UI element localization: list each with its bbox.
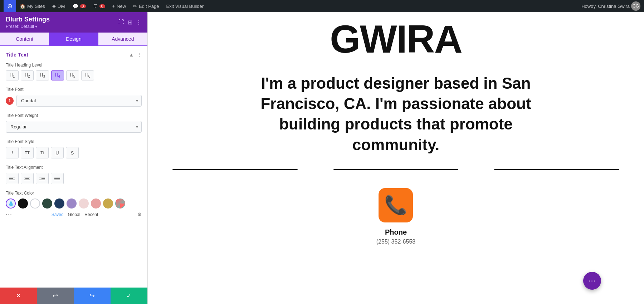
divider-2 <box>333 169 459 170</box>
h4-button[interactable]: H4 <box>51 70 64 80</box>
tab-advanced[interactable]: Advanced <box>98 33 147 45</box>
pink-swatch[interactable] <box>91 198 101 209</box>
wp-icon: ⊕ <box>7 2 13 10</box>
title-text-color-label: Title Text Color <box>6 191 142 196</box>
font-style-buttons: I TT Tt U S <box>6 147 142 158</box>
new-item[interactable]: + New <box>109 0 130 12</box>
divider-3 <box>494 169 619 170</box>
house-icon: 🏠 <box>20 4 25 9</box>
black-swatch[interactable] <box>18 198 28 209</box>
align-center-button[interactable] <box>21 173 34 184</box>
cancel-icon: ✕ <box>16 292 21 300</box>
eyedropper-swatch[interactable]: 💧 <box>6 198 16 209</box>
title-font-weight-label: Title Font Weight <box>6 113 142 118</box>
undo-button[interactable]: ↩ <box>37 288 74 304</box>
gear-icon[interactable]: ⚙ <box>137 212 142 217</box>
comment-count-item[interactable]: 🗨 0 <box>89 0 109 12</box>
color-labels-row: ··· Saved Global Recent ⚙ <box>6 211 142 218</box>
title-font-weight-select-wrapper: Regular Bold Light Medium <box>6 121 142 133</box>
h6-button[interactable]: H6 <box>81 70 94 80</box>
h5-button[interactable]: H5 <box>66 70 79 80</box>
float-more-button[interactable]: ··· <box>583 272 601 290</box>
title-font-select[interactable]: Candal Arial Georgia Helvetica <box>16 95 142 107</box>
recent-label[interactable]: Recent <box>84 212 98 217</box>
title-font-style-label: Title Font Style <box>6 139 142 144</box>
strikethrough-button[interactable]: S <box>66 147 79 158</box>
collapse-icon[interactable]: ▲ <box>129 52 134 58</box>
title-font-select-wrapper: Candal Arial Georgia Helvetica <box>16 95 142 107</box>
avatar[interactable]: CG <box>631 1 640 11</box>
redo-button[interactable]: ↪ <box>74 288 111 304</box>
capitalize-button[interactable]: Tt <box>36 147 49 158</box>
font-badge: 1 <box>6 97 14 105</box>
h3-button[interactable]: H3 <box>36 70 49 80</box>
align-buttons <box>6 173 142 184</box>
panel-tabs: Content Design Advanced <box>0 33 147 46</box>
comment-bubble-icon: 💬 <box>73 4 78 9</box>
save-icon: ✓ <box>126 292 132 300</box>
font-select-row: 1 Candal Arial Georgia Helvetica <box>6 95 142 107</box>
title-font-label: Title Font <box>6 87 142 92</box>
phone-icon: 📞 <box>384 194 408 216</box>
comment-count-badge: 0 <box>99 4 105 8</box>
panel-footer: ✕ ↩ ↪ ✓ <box>0 288 147 304</box>
redo-icon: ↪ <box>89 292 95 300</box>
panel-header-left: Blurb Settings Preset: Default ▾ <box>6 16 50 29</box>
darkgreen-swatch[interactable] <box>42 198 52 209</box>
section-more-icon[interactable]: ⋮ <box>137 52 142 58</box>
uppercase-button[interactable]: TT <box>21 147 34 158</box>
exit-visual-builder-item[interactable]: Exit Visual Builder <box>163 0 208 12</box>
edit-page-item[interactable]: ✏ Edit Page <box>130 0 162 12</box>
new-label: New <box>117 4 126 9</box>
align-right-button[interactable] <box>36 173 49 184</box>
title-font-weight-select[interactable]: Regular Bold Light Medium <box>6 121 142 133</box>
heading-buttons: H1 H2 H3 H4 H5 H6 <box>6 70 142 80</box>
edit-page-label: Edit Page <box>139 4 159 9</box>
my-sites-item[interactable]: 🏠 My Sites <box>16 0 49 12</box>
divider-1 <box>172 169 298 170</box>
color-dots[interactable]: ··· <box>6 211 12 218</box>
align-justify-button[interactable] <box>51 173 64 184</box>
h2-button[interactable]: H2 <box>21 70 34 80</box>
color-labels-left: Saved Global Recent <box>52 212 98 217</box>
align-left-button[interactable] <box>6 173 19 184</box>
blurb-subtitle: (255) 352-6558 <box>376 239 415 245</box>
lightpink-swatch[interactable] <box>79 198 89 209</box>
fullscreen-icon[interactable]: ⛶ <box>118 19 124 26</box>
blurb-item-phone: 📞 Phone (255) 352-6558 <box>376 188 415 245</box>
white-swatch[interactable] <box>30 198 40 209</box>
howdy-text: Howdy, Christina Gwira <box>581 4 630 9</box>
divi-icon: ◈ <box>52 4 56 9</box>
comments-item[interactable]: 💬 3 <box>69 0 89 12</box>
gold-swatch[interactable] <box>103 198 113 209</box>
divi-item[interactable]: ◈ Divi <box>49 0 69 12</box>
undo-icon: ↩ <box>53 292 58 300</box>
comment-badge: 3 <box>80 4 86 8</box>
main-layout: Blurb Settings Preset: Default ▾ ⛶ ⊞ ⋮ C… <box>0 12 644 304</box>
blurb-title: Phone <box>385 228 407 236</box>
tab-content[interactable]: Content <box>0 33 49 45</box>
divi-label: Divi <box>58 4 65 9</box>
wp-logo[interactable]: ⊕ <box>4 0 16 12</box>
title-text-section-header: Title Text ▲ ⋮ <box>6 52 142 58</box>
admin-bar-right: Howdy, Christina Gwira CG <box>581 1 640 11</box>
purple-swatch[interactable] <box>67 198 77 209</box>
pencil-icon: ✏ <box>133 4 137 9</box>
tab-design[interactable]: Design <box>49 33 98 45</box>
underline-button[interactable]: U <box>51 147 64 158</box>
plus-icon: + <box>112 4 115 9</box>
save-button[interactable]: ✓ <box>111 288 147 304</box>
darkblue-swatch[interactable] <box>54 198 64 209</box>
h1-button[interactable]: H1 <box>6 70 19 80</box>
panel-preset[interactable]: Preset: Default ▾ <box>6 24 50 29</box>
italic-button[interactable]: I <box>6 147 19 158</box>
global-label[interactable]: Global <box>68 212 80 217</box>
title-heading-level-label: Title Heading Level <box>6 63 142 68</box>
saved-label[interactable]: Saved <box>52 212 64 217</box>
page-content: GWIRA I'm a product designer based in Sa… <box>148 12 644 304</box>
more-options-icon[interactable]: ⋮ <box>136 19 142 26</box>
title-text-alignment-label: Title Text Alignment <box>6 165 142 170</box>
cancel-button[interactable]: ✕ <box>0 288 37 304</box>
grid-icon[interactable]: ⊞ <box>128 19 132 26</box>
gradient-swatch[interactable] <box>115 198 125 209</box>
